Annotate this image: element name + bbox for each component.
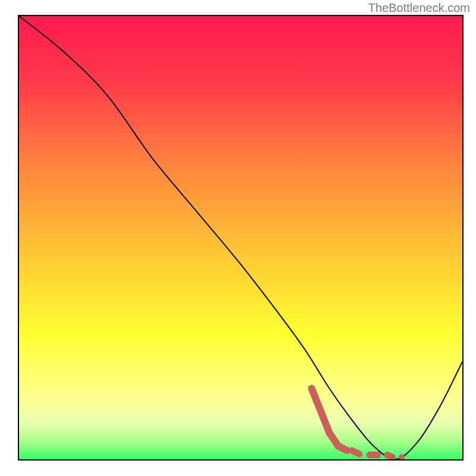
chart-plot-area (18, 15, 464, 461)
bottleneck-curve-line (19, 16, 462, 459)
svg-point-4 (399, 454, 405, 459)
watermark-text: TheBottleneck.com (368, 1, 470, 15)
optimal-marker-group (312, 389, 405, 459)
curve-overlay (19, 16, 462, 459)
svg-line-1 (352, 450, 361, 455)
chart-container: TheBottleneck.com (0, 0, 476, 476)
svg-line-3 (387, 455, 392, 458)
